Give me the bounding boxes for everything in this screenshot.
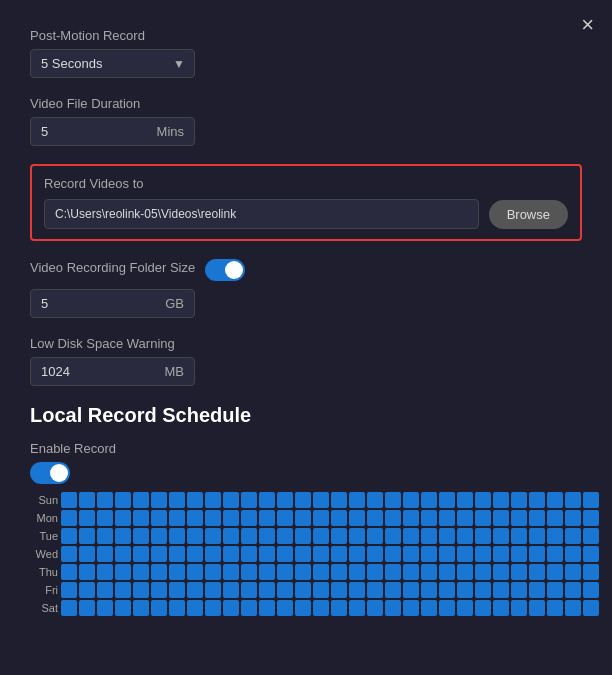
grid-cell[interactable]: [511, 600, 527, 616]
grid-cell[interactable]: [241, 600, 257, 616]
disk-warning-input[interactable]: [41, 364, 121, 379]
grid-cell[interactable]: [61, 582, 77, 598]
folder-size-input[interactable]: [41, 296, 121, 311]
grid-cell[interactable]: [295, 528, 311, 544]
grid-cell[interactable]: [115, 600, 131, 616]
grid-cell[interactable]: [97, 582, 113, 598]
grid-cell[interactable]: [205, 564, 221, 580]
record-path-input[interactable]: [44, 199, 479, 229]
grid-cell[interactable]: [583, 600, 599, 616]
grid-cell[interactable]: [349, 510, 365, 526]
grid-cell[interactable]: [403, 492, 419, 508]
grid-cell[interactable]: [295, 492, 311, 508]
grid-cell[interactable]: [169, 564, 185, 580]
grid-cell[interactable]: [565, 582, 581, 598]
grid-cell[interactable]: [511, 582, 527, 598]
browse-button[interactable]: Browse: [489, 200, 568, 229]
grid-cell[interactable]: [547, 582, 563, 598]
grid-cell[interactable]: [547, 546, 563, 562]
grid-cell[interactable]: [439, 564, 455, 580]
grid-cell[interactable]: [187, 582, 203, 598]
grid-cell[interactable]: [277, 564, 293, 580]
grid-cell[interactable]: [223, 582, 239, 598]
grid-cell[interactable]: [259, 510, 275, 526]
grid-cell[interactable]: [547, 528, 563, 544]
grid-cell[interactable]: [79, 582, 95, 598]
grid-cell[interactable]: [493, 492, 509, 508]
grid-cell[interactable]: [403, 582, 419, 598]
grid-cell[interactable]: [547, 600, 563, 616]
grid-cell[interactable]: [421, 564, 437, 580]
grid-cell[interactable]: [277, 582, 293, 598]
grid-cell[interactable]: [565, 600, 581, 616]
grid-cell[interactable]: [277, 600, 293, 616]
grid-cell[interactable]: [295, 582, 311, 598]
grid-cell[interactable]: [133, 492, 149, 508]
grid-cell[interactable]: [61, 492, 77, 508]
grid-cell[interactable]: [133, 582, 149, 598]
grid-cell[interactable]: [115, 564, 131, 580]
grid-cell[interactable]: [169, 492, 185, 508]
grid-cell[interactable]: [565, 492, 581, 508]
grid-cell[interactable]: [475, 582, 491, 598]
grid-cell[interactable]: [331, 546, 347, 562]
grid-cell[interactable]: [565, 564, 581, 580]
grid-cell[interactable]: [259, 600, 275, 616]
grid-cell[interactable]: [547, 564, 563, 580]
grid-cell[interactable]: [115, 510, 131, 526]
grid-cell[interactable]: [241, 582, 257, 598]
grid-cell[interactable]: [475, 510, 491, 526]
grid-cell[interactable]: [223, 510, 239, 526]
video-duration-input[interactable]: [41, 124, 121, 139]
grid-cell[interactable]: [349, 546, 365, 562]
grid-cell[interactable]: [295, 546, 311, 562]
enable-record-toggle[interactable]: [30, 462, 70, 484]
grid-cell[interactable]: [277, 492, 293, 508]
grid-cell[interactable]: [97, 528, 113, 544]
grid-cell[interactable]: [421, 582, 437, 598]
grid-cell[interactable]: [295, 600, 311, 616]
grid-cell[interactable]: [511, 510, 527, 526]
grid-cell[interactable]: [187, 600, 203, 616]
grid-cell[interactable]: [385, 528, 401, 544]
grid-cell[interactable]: [367, 510, 383, 526]
grid-cell[interactable]: [385, 582, 401, 598]
grid-cell[interactable]: [367, 564, 383, 580]
grid-cell[interactable]: [583, 528, 599, 544]
grid-cell[interactable]: [133, 510, 149, 526]
grid-cell[interactable]: [241, 492, 257, 508]
grid-cell[interactable]: [133, 528, 149, 544]
grid-cell[interactable]: [295, 510, 311, 526]
grid-cell[interactable]: [223, 492, 239, 508]
grid-cell[interactable]: [241, 510, 257, 526]
grid-cell[interactable]: [403, 600, 419, 616]
grid-cell[interactable]: [151, 510, 167, 526]
grid-cell[interactable]: [313, 582, 329, 598]
grid-cell[interactable]: [205, 582, 221, 598]
grid-cell[interactable]: [331, 510, 347, 526]
grid-cell[interactable]: [169, 510, 185, 526]
grid-cell[interactable]: [133, 600, 149, 616]
grid-cell[interactable]: [259, 492, 275, 508]
grid-cell[interactable]: [169, 546, 185, 562]
grid-cell[interactable]: [565, 546, 581, 562]
grid-cell[interactable]: [511, 546, 527, 562]
grid-cell[interactable]: [385, 492, 401, 508]
grid-cell[interactable]: [223, 564, 239, 580]
grid-cell[interactable]: [295, 564, 311, 580]
grid-cell[interactable]: [313, 564, 329, 580]
grid-cell[interactable]: [79, 600, 95, 616]
grid-cell[interactable]: [583, 564, 599, 580]
grid-cell[interactable]: [151, 564, 167, 580]
close-button[interactable]: ×: [581, 14, 594, 36]
grid-cell[interactable]: [187, 492, 203, 508]
grid-cell[interactable]: [457, 492, 473, 508]
grid-cell[interactable]: [61, 546, 77, 562]
grid-cell[interactable]: [529, 600, 545, 616]
grid-cell[interactable]: [169, 582, 185, 598]
grid-cell[interactable]: [403, 528, 419, 544]
grid-cell[interactable]: [115, 528, 131, 544]
post-motion-select[interactable]: 5 Seconds 10 Seconds 15 Seconds 30 Secon…: [30, 49, 195, 78]
grid-cell[interactable]: [439, 510, 455, 526]
grid-cell[interactable]: [97, 510, 113, 526]
